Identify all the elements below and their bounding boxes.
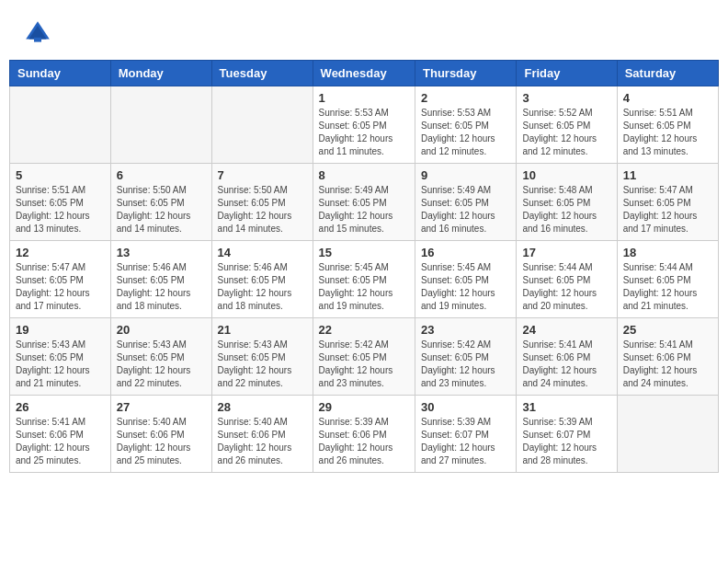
day-info: Sunrise: 5:39 AMSunset: 6:07 PMDaylight:… [522, 416, 610, 467]
calendar-cell: 11Sunrise: 5:47 AMSunset: 6:05 PMDayligh… [617, 164, 718, 241]
day-number: 1 [319, 91, 409, 105]
calendar-cell: 3Sunrise: 5:52 AMSunset: 6:05 PMDaylight… [517, 86, 617, 164]
day-info: Sunrise: 5:53 AMSunset: 6:05 PMDaylight:… [319, 107, 409, 158]
calendar-cell: 30Sunrise: 5:39 AMSunset: 6:07 PMDayligh… [415, 396, 517, 473]
day-number: 4 [623, 91, 712, 105]
calendar-cell: 24Sunrise: 5:41 AMSunset: 6:06 PMDayligh… [517, 318, 617, 396]
day-info: Sunrise: 5:50 AMSunset: 6:05 PMDaylight:… [218, 184, 307, 236]
day-number: 10 [522, 168, 610, 182]
day-number: 30 [421, 400, 510, 414]
day-info: Sunrise: 5:41 AMSunset: 6:06 PMDaylight:… [522, 339, 610, 390]
calendar-week-row: 1Sunrise: 5:53 AMSunset: 6:05 PMDaylight… [10, 86, 719, 164]
day-info: Sunrise: 5:41 AMSunset: 6:06 PMDaylight:… [623, 339, 712, 390]
calendar-week-row: 19Sunrise: 5:43 AMSunset: 6:05 PMDayligh… [10, 318, 719, 396]
day-info: Sunrise: 5:40 AMSunset: 6:06 PMDaylight:… [218, 416, 307, 467]
calendar-cell: 8Sunrise: 5:49 AMSunset: 6:05 PMDaylight… [313, 164, 415, 241]
calendar-cell: 2Sunrise: 5:53 AMSunset: 6:05 PMDaylight… [415, 86, 517, 164]
day-number: 17 [522, 246, 610, 259]
calendar-cell: 7Sunrise: 5:50 AMSunset: 6:05 PMDaylight… [211, 164, 313, 241]
weekday-header-tuesday: Tuesday [211, 61, 313, 86]
calendar-week-row: 5Sunrise: 5:51 AMSunset: 6:05 PMDaylight… [10, 164, 719, 241]
calendar-cell: 25Sunrise: 5:41 AMSunset: 6:06 PMDayligh… [617, 318, 718, 396]
day-info: Sunrise: 5:48 AMSunset: 6:05 PMDaylight:… [522, 184, 610, 236]
calendar-cell: 27Sunrise: 5:40 AMSunset: 6:06 PMDayligh… [110, 396, 211, 473]
weekday-header-thursday: Thursday [415, 61, 517, 86]
day-number: 25 [623, 323, 712, 337]
day-number: 14 [218, 246, 307, 259]
calendar-cell: 4Sunrise: 5:51 AMSunset: 6:05 PMDaylight… [617, 86, 718, 164]
logo [23, 18, 56, 48]
calendar-cell: 18Sunrise: 5:44 AMSunset: 6:05 PMDayligh… [617, 241, 718, 318]
day-number: 2 [421, 91, 510, 105]
day-number: 19 [16, 323, 105, 337]
day-info: Sunrise: 5:41 AMSunset: 6:06 PMDaylight:… [16, 416, 105, 467]
day-info: Sunrise: 5:50 AMSunset: 6:05 PMDaylight:… [117, 184, 206, 236]
day-number: 16 [421, 246, 510, 259]
day-info: Sunrise: 5:44 AMSunset: 6:05 PMDaylight:… [623, 261, 712, 313]
page-header [9, 9, 719, 52]
day-number: 21 [218, 323, 307, 337]
day-info: Sunrise: 5:40 AMSunset: 6:06 PMDaylight:… [117, 416, 206, 467]
day-number: 22 [319, 323, 409, 337]
calendar-cell: 13Sunrise: 5:46 AMSunset: 6:05 PMDayligh… [110, 241, 211, 318]
weekday-header-saturday: Saturday [617, 61, 718, 86]
day-info: Sunrise: 5:45 AMSunset: 6:05 PMDaylight:… [421, 261, 510, 313]
day-info: Sunrise: 5:44 AMSunset: 6:05 PMDaylight:… [522, 261, 610, 313]
calendar-cell [110, 86, 211, 164]
day-number: 5 [16, 168, 105, 182]
weekday-header-wednesday: Wednesday [313, 61, 415, 86]
day-info: Sunrise: 5:43 AMSunset: 6:05 PMDaylight:… [16, 339, 105, 390]
calendar-table: SundayMondayTuesdayWednesdayThursdayFrid… [9, 60, 719, 473]
calendar-cell: 14Sunrise: 5:46 AMSunset: 6:05 PMDayligh… [211, 241, 313, 318]
weekday-header-row: SundayMondayTuesdayWednesdayThursdayFrid… [10, 61, 719, 86]
day-info: Sunrise: 5:45 AMSunset: 6:05 PMDaylight:… [319, 261, 409, 313]
day-info: Sunrise: 5:49 AMSunset: 6:05 PMDaylight:… [421, 184, 510, 236]
day-number: 20 [117, 323, 206, 337]
day-info: Sunrise: 5:43 AMSunset: 6:05 PMDaylight:… [117, 339, 206, 390]
calendar-week-row: 26Sunrise: 5:41 AMSunset: 6:06 PMDayligh… [10, 396, 719, 473]
day-number: 11 [623, 168, 712, 182]
day-info: Sunrise: 5:51 AMSunset: 6:05 PMDaylight:… [623, 107, 712, 158]
calendar-cell: 28Sunrise: 5:40 AMSunset: 6:06 PMDayligh… [211, 396, 313, 473]
calendar-cell: 15Sunrise: 5:45 AMSunset: 6:05 PMDayligh… [313, 241, 415, 318]
calendar-cell [10, 86, 111, 164]
day-info: Sunrise: 5:53 AMSunset: 6:05 PMDaylight:… [421, 107, 510, 158]
day-info: Sunrise: 5:52 AMSunset: 6:05 PMDaylight:… [522, 107, 610, 158]
weekday-header-monday: Monday [110, 61, 211, 86]
calendar-cell [211, 86, 313, 164]
calendar-cell: 1Sunrise: 5:53 AMSunset: 6:05 PMDaylight… [313, 86, 415, 164]
day-number: 31 [522, 400, 610, 414]
day-number: 7 [218, 168, 307, 182]
day-number: 6 [117, 168, 206, 182]
day-number: 23 [421, 323, 510, 337]
day-info: Sunrise: 5:42 AMSunset: 6:05 PMDaylight:… [421, 339, 510, 390]
logo-icon [23, 18, 52, 48]
calendar-cell: 16Sunrise: 5:45 AMSunset: 6:05 PMDayligh… [415, 241, 517, 318]
calendar-cell: 26Sunrise: 5:41 AMSunset: 6:06 PMDayligh… [10, 396, 111, 473]
day-number: 28 [218, 400, 307, 414]
day-number: 24 [522, 323, 610, 337]
day-info: Sunrise: 5:47 AMSunset: 6:05 PMDaylight:… [623, 184, 712, 236]
weekday-header-friday: Friday [517, 61, 617, 86]
day-info: Sunrise: 5:43 AMSunset: 6:05 PMDaylight:… [218, 339, 307, 390]
day-number: 18 [623, 246, 712, 259]
day-info: Sunrise: 5:39 AMSunset: 6:07 PMDaylight:… [421, 416, 510, 467]
calendar-cell: 23Sunrise: 5:42 AMSunset: 6:05 PMDayligh… [415, 318, 517, 396]
calendar-cell: 31Sunrise: 5:39 AMSunset: 6:07 PMDayligh… [517, 396, 617, 473]
calendar-cell: 5Sunrise: 5:51 AMSunset: 6:05 PMDaylight… [10, 164, 111, 241]
day-number: 15 [319, 246, 409, 259]
day-number: 3 [522, 91, 610, 105]
calendar-cell: 22Sunrise: 5:42 AMSunset: 6:05 PMDayligh… [313, 318, 415, 396]
day-info: Sunrise: 5:51 AMSunset: 6:05 PMDaylight:… [16, 184, 105, 236]
day-number: 27 [117, 400, 206, 414]
day-info: Sunrise: 5:47 AMSunset: 6:05 PMDaylight:… [16, 261, 105, 313]
calendar-cell: 21Sunrise: 5:43 AMSunset: 6:05 PMDayligh… [211, 318, 313, 396]
day-info: Sunrise: 5:39 AMSunset: 6:06 PMDaylight:… [319, 416, 409, 467]
day-number: 13 [117, 246, 206, 259]
day-info: Sunrise: 5:49 AMSunset: 6:05 PMDaylight:… [319, 184, 409, 236]
day-info: Sunrise: 5:46 AMSunset: 6:05 PMDaylight:… [117, 261, 206, 313]
calendar-cell: 9Sunrise: 5:49 AMSunset: 6:05 PMDaylight… [415, 164, 517, 241]
calendar-cell [617, 396, 718, 473]
calendar-week-row: 12Sunrise: 5:47 AMSunset: 6:05 PMDayligh… [10, 241, 719, 318]
calendar-cell: 12Sunrise: 5:47 AMSunset: 6:05 PMDayligh… [10, 241, 111, 318]
